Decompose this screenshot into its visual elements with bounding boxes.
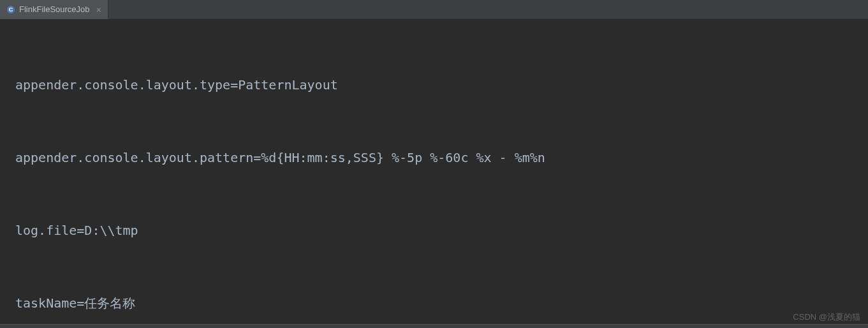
editor-line: taskName=任务名称 — [15, 291, 853, 315]
editor-line: log.file=D:\\tmp — [15, 218, 853, 242]
editor-line: appender.console.layout.pattern=%d{HH:mm… — [15, 145, 853, 170]
editor-line: appender.console.layout.type=PatternLayo… — [15, 73, 853, 97]
tab-bar: C FlinkFileSourceJob × — [0, 0, 868, 19]
tab-flinkfilesourcejob[interactable]: C FlinkFileSourceJob × — [0, 0, 108, 19]
java-class-icon: C — [6, 5, 15, 14]
watermark: CSDN @浅夏的猫 — [793, 311, 860, 323]
status-bar — [0, 324, 868, 328]
tab-label: FlinkFileSourceJob — [19, 4, 90, 14]
svg-text:C: C — [9, 6, 13, 13]
editor-content[interactable]: appender.console.layout.type=PatternLayo… — [0, 19, 868, 328]
close-icon[interactable]: × — [96, 4, 101, 15]
